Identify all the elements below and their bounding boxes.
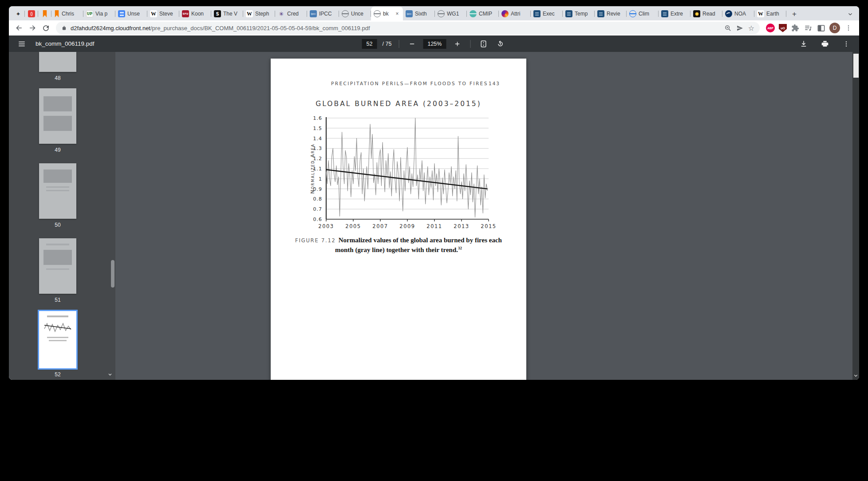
rotate-button[interactable] [494,38,506,50]
globe-gray-favicon [374,10,381,17]
tab[interactable]: WSteve [147,7,179,20]
tab[interactable]: WSteph [243,7,275,20]
page-thumbnail-51[interactable] [39,238,76,294]
extensions-button[interactable] [791,24,800,32]
forward-button[interactable] [27,22,38,34]
red-ext-favicon [28,10,35,17]
figure-caption: Figure 7.12Normalized values of the glob… [292,236,505,255]
tab-title: The V [223,11,241,17]
tab[interactable]: NOA [722,7,754,20]
tab[interactable]: Revie [595,7,627,20]
page-count-label: / 75 [383,41,392,47]
tab[interactable]: Unse [115,7,147,20]
page-thumbnail-52-selected[interactable] [39,311,76,368]
tab[interactable]: Clim [627,7,659,20]
sidebar-scroll-down-icon[interactable] [107,372,113,377]
page-number-input[interactable]: 52 [362,39,377,49]
new-tab-button[interactable]: + [788,8,801,20]
address-bar[interactable]: d2fahduf2624mg.cloudfront.net/pre_purcha… [56,22,760,34]
lock-icon [61,25,67,31]
tab[interactable]: Exec [531,7,563,20]
doc-blue-favicon [533,10,541,17]
main-scroll-down-icon[interactable] [853,373,859,378]
tab-active[interactable]: bk× [371,7,403,20]
tab[interactable]: Extre [659,7,690,20]
svg-text:2005: 2005 [345,223,361,229]
page-folio: 143 [489,81,500,86]
tab[interactable]: ✳Cred [275,7,307,20]
svg-text:2007: 2007 [372,223,388,229]
svg-text:Normalized Area: Normalized Area [310,143,316,193]
tab-title: bk [383,11,392,17]
sidebar-toggle-button[interactable] [16,38,28,50]
zoom-page-button[interactable] [724,24,732,32]
globe-gray-favicon [342,10,349,17]
profile-avatar[interactable]: D [829,23,840,33]
reload-icon [42,24,50,32]
pdf-viewport: PRECIPITATION PERILS—FROM FLOODS TO FIRE… [115,52,859,380]
tab[interactable]: WEarth [754,7,786,20]
tab[interactable]: SFUKoon [179,7,211,20]
back-button[interactable] [13,22,25,34]
tab[interactable]: ipccSixth [403,7,435,20]
extensions-area: ABP uO D [764,23,855,33]
bookmark-orange-favicon [54,10,59,17]
asterisk-dark-favicon: ✳ [278,10,285,17]
tab[interactable]: Chris [51,7,83,20]
tab[interactable]: WG1 [435,7,467,20]
zoom-level-input[interactable]: 125% [423,39,446,49]
send-icon [736,24,744,32]
url-text: d2fahduf2624mg.cloudfront.net/pre_purcha… [71,25,721,32]
download-button[interactable] [798,38,809,50]
side-panel-button[interactable] [817,24,825,32]
pdf-menu-button[interactable] [840,38,852,50]
pinned-tab[interactable] [25,7,38,20]
tab[interactable]: ipccIPCC [307,7,339,20]
svg-text:2011: 2011 [426,223,442,229]
bookmark-orange-favicon [42,10,47,17]
svg-text:2009: 2009 [399,223,415,229]
pinned-tab[interactable]: ✦ [12,7,25,20]
tab[interactable]: CMIP [467,7,499,20]
thumbnail-page-number: 52 [39,371,76,378]
toolbar-separator [470,40,470,48]
tab[interactable]: SThe V [211,7,243,20]
forward-icon [28,24,37,32]
svg-text:0.6: 0.6 [313,217,323,222]
tab-title: Sixth [415,11,432,17]
share-button[interactable] [736,24,744,32]
page-thumbnail-50[interactable] [39,163,76,219]
pdf-page: PRECIPITATION PERILS—FROM FLOODS TO FIRE… [271,59,526,380]
page-thumbnail-48[interactable] [39,52,76,72]
print-button[interactable] [819,38,831,50]
bookmark-star-icon[interactable]: ☆ [748,24,754,32]
zoom-out-button[interactable] [406,38,418,50]
tab[interactable]: UPVia p [83,7,115,20]
browser-menu-button[interactable] [844,24,853,32]
tab[interactable]: Attri [499,7,531,20]
pdf-viewer: 4849505152 PRECIPITATION PERILS—FROM FLO… [9,52,859,380]
page-thumbnail-49[interactable] [39,88,76,144]
sidebar-scrollbar-thumb[interactable] [111,260,114,288]
zoom-in-button[interactable] [451,38,463,50]
globe-gray-favicon [438,10,445,17]
tab-title: Extre [671,11,688,17]
tab[interactable]: Read [690,7,722,20]
main-scrollbar-thumb[interactable] [853,54,859,78]
main-scrollbar[interactable] [852,52,859,380]
sun-black-favicon [693,10,700,17]
reload-button[interactable] [40,22,51,34]
hamburger-menu-icon [18,40,26,48]
tab-title: Read [702,11,720,17]
reading-list-button[interactable] [804,24,813,32]
adblock-plus-icon[interactable]: ABP [766,24,775,32]
ublock-origin-icon[interactable]: uO [779,24,787,32]
tab[interactable]: Temp [563,7,595,20]
print-icon [821,40,829,48]
pinned-tab[interactable] [38,7,51,20]
tab-search-button[interactable] [844,8,856,20]
tab-close-icon[interactable]: × [394,11,400,17]
fit-to-page-button[interactable] [477,38,489,50]
svg-text:1.6: 1.6 [313,115,323,121]
tab[interactable]: Unce [339,7,371,20]
